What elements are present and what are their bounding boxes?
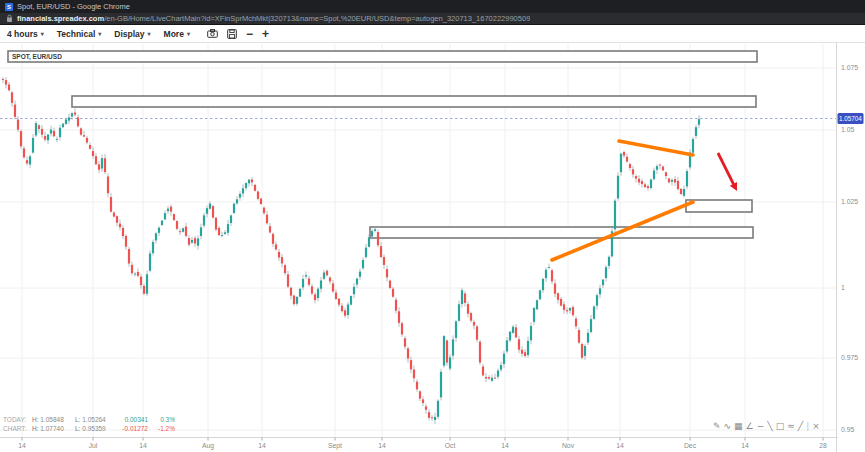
y-axis-tick-label: 0.975 [841,354,858,361]
y-axis-tick-label: 1.05 [841,126,854,133]
zoom-in-button[interactable]: + [262,29,269,39]
timeframe-dropdown-label: 4 hours [7,29,38,39]
legend-low: L: 0.95359 [75,425,113,433]
save-icon [227,29,237,39]
legend-change: 0.00341 [118,416,148,424]
chevron-down-icon: ▾ [98,30,101,37]
x-axis-tick-label: Sept [328,442,342,450]
y-axis-tick-label: 0.95 [841,426,854,433]
legend-high: H: 1.07740 [32,425,70,433]
x-axis-tick-label: 14 [378,442,386,449]
x-axis-tick-label: 14 [616,442,624,449]
padlock-icon [6,14,13,23]
chevron-down-icon: ▾ [187,30,190,37]
legend-change-pct: -1.2% [153,425,175,433]
trend-angle-icon[interactable]: ∠ [746,421,754,432]
trendline-icon[interactable]: ╲ [767,421,772,432]
site-favicon: S [5,3,13,11]
legend-row-chart: CHART: H: 1.07740 L: 0.95359 -0.01272 -1… [3,425,175,433]
legend-change: -0.01272 [118,425,148,433]
y-axis-tick-label: 1.075 [841,64,858,71]
separator: | [806,421,809,432]
x-axis-tick-label: 14 [139,442,147,449]
orange-trendline[interactable] [619,141,693,155]
legend-row-label: TODAY: [3,416,27,424]
freehand-curve-icon[interactable]: ∿ [724,421,732,432]
symbol-label: SPOT, EUR/USD [12,53,62,61]
snapshot-button[interactable] [207,29,218,38]
y-axis-tick-label: 1.025 [841,198,858,205]
grid-table-icon[interactable]: ▦ [734,421,743,432]
support-resistance-zone[interactable] [72,96,756,107]
candles-layer [2,77,700,424]
legend-high: H: 1.05848 [32,416,70,424]
technical-dropdown[interactable]: Technical ▾ [57,29,102,39]
browser-titlebar: S Spot, EUR/USD - Google Chrome [0,0,865,13]
ray-tool-icon[interactable]: ╱ [798,421,803,432]
camera-icon [207,29,218,38]
more-dropdown-label: More [164,29,184,39]
support-resistance-zone[interactable] [686,200,752,212]
url-domain: financials.spreadex.com [17,14,104,23]
chevron-down-icon: ▾ [41,30,44,37]
x-axis-labels[interactable]: 14Jul14Aug14Sept14Oct14Nov14Dec1428 [18,442,827,450]
svg-text:1.05704: 1.05704 [839,115,862,122]
timeframe-dropdown[interactable]: 4 hours ▾ [7,29,44,39]
support-resistance-zone[interactable] [370,227,753,238]
delete-drawing-icon[interactable]: × [812,421,820,432]
toolbar-icon-group: − + [207,29,269,39]
y-axis-tick-label: 1 [841,284,845,291]
display-dropdown-label: Display [114,29,144,39]
legend-row-today: TODAY: H: 1.05848 L: 1.05264 0.00341 0.3… [3,416,175,424]
current-price-badge: 1.05704 [838,113,864,124]
chart-area: SPOT, EUR/USD1.0751.051.02510.9750.9514J… [0,43,865,452]
support-resistance-zone[interactable] [8,51,757,62]
zoom-out-button[interactable]: − [246,29,253,39]
x-axis-tick-label: Jul [89,442,98,449]
drawing-toolbar: ✎∿▦∠−╲□≈╱|× [713,421,820,432]
horizontal-line-icon[interactable]: − [757,421,765,432]
x-axis-tick-label: 14 [741,442,749,449]
display-dropdown[interactable]: Display ▾ [114,29,150,39]
chart-toolbar: 4 hours ▾ Technical ▾ Display ▾ More ▾ [0,25,865,43]
url-path: /en-GB/Home/LiveChartMain?id=XFinSprMchM… [104,14,530,23]
browser-urlbar[interactable]: financials.spreadex.com/en-GB/Home/LiveC… [0,13,865,25]
technical-dropdown-label: Technical [57,29,96,39]
legend-row-label: CHART: [3,425,27,433]
window-title: Spot, EUR/USD - Google Chrome [17,2,130,11]
x-axis-tick-label: 14 [258,442,266,449]
legend-change-pct: 0.3% [153,416,175,424]
x-axis-tick-label: Aug [202,442,214,450]
chart-legend: TODAY: H: 1.05848 L: 1.05264 0.00341 0.3… [3,416,175,433]
x-axis-tick-label: 14 [501,442,509,449]
legend-low: L: 1.05264 [75,416,113,424]
pencil-icon[interactable]: ✎ [713,421,721,432]
red-arrow-drawing[interactable] [718,153,737,191]
x-axis-tick-label: 28 [819,442,827,449]
x-axis-tick-label: Nov [562,442,575,449]
x-axis-tick-label: Dec [684,442,697,449]
x-axis-tick-label: Oct [445,442,456,449]
x-axis-tick-label: 14 [18,442,26,449]
trendline-drawings[interactable] [552,141,693,260]
chevron-down-icon: ▾ [148,30,151,37]
address-bar-url: financials.spreadex.com/en-GB/Home/LiveC… [17,14,530,23]
rectangle-tool-icon[interactable]: □ [776,421,785,432]
save-button[interactable] [227,29,237,39]
browser-window: S Spot, EUR/USD - Google Chrome financia… [0,0,865,452]
wave-tool-icon[interactable]: ≈ [787,421,795,432]
price-chart-canvas[interactable]: SPOT, EUR/USD1.0751.051.02510.9750.9514J… [0,43,865,452]
more-dropdown[interactable]: More ▾ [164,29,190,39]
